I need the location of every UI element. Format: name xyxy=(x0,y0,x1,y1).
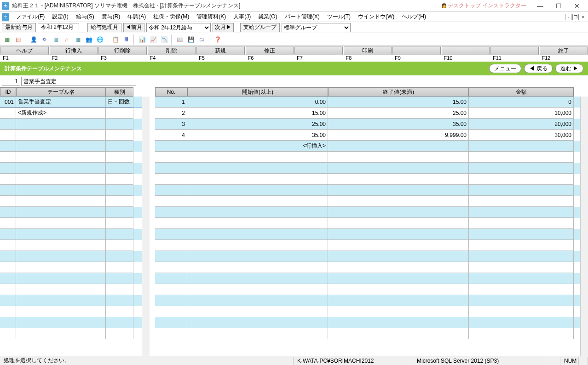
table-row[interactable] xyxy=(0,196,142,207)
toolbar-icon-15[interactable]: 📖 xyxy=(175,34,185,45)
minimize-button[interactable]: ― xyxy=(531,0,549,12)
fn-button-f2[interactable]: 行挿入 xyxy=(50,46,98,55)
toolbar-icon-9[interactable]: 🌐 xyxy=(95,34,105,45)
table-row[interactable]: 435.009,999.0030,000 xyxy=(155,130,580,141)
table-row[interactable] xyxy=(155,240,580,251)
toolbar-icon-3[interactable]: 👤 xyxy=(29,34,39,45)
menu-item[interactable]: 年調(A) xyxy=(124,12,150,22)
table-row[interactable] xyxy=(0,295,142,306)
table-row[interactable] xyxy=(0,174,142,185)
table-row[interactable]: 325.0035.0020,000 xyxy=(155,119,580,130)
table-row[interactable] xyxy=(0,262,142,273)
table-row[interactable]: 001営業手当査定日・回数 xyxy=(0,97,142,108)
record-number-input[interactable]: 1 xyxy=(2,77,20,86)
cell-end[interactable]: 15.00 xyxy=(328,97,469,108)
fn-button-f1[interactable]: ヘルプ xyxy=(0,46,49,55)
cell-end[interactable]: 9,999.00 xyxy=(328,130,469,141)
table-row[interactable] xyxy=(0,284,142,295)
table-row[interactable] xyxy=(0,152,142,163)
fn-button-f12[interactable]: 終了 xyxy=(540,46,588,55)
table-row[interactable] xyxy=(155,196,580,207)
toolbar-icon-7[interactable]: ▦ xyxy=(73,34,83,45)
table-row[interactable]: <行挿入> xyxy=(155,141,580,152)
mdi-minimize-button[interactable]: - xyxy=(565,14,571,20)
fn-button-f11[interactable] xyxy=(490,46,539,55)
table-row[interactable]: <新規作成> xyxy=(0,108,142,119)
col-header-name[interactable]: テーブル名 xyxy=(16,87,106,97)
toolbar-icon-14[interactable]: 📉 xyxy=(159,34,169,45)
table-row[interactable] xyxy=(0,119,142,130)
toolbar-icon-8[interactable]: 👥 xyxy=(84,34,94,45)
table-row[interactable] xyxy=(155,306,580,317)
menu-item[interactable]: ウインドウ(W) xyxy=(354,12,398,22)
help-icon[interactable]: ❓ xyxy=(213,34,223,45)
toolbar-icon-4[interactable]: ⛭ xyxy=(40,34,50,45)
table-row[interactable] xyxy=(0,141,142,152)
menu-item[interactable]: 管理資料(K) xyxy=(193,12,230,22)
next-month-button[interactable]: 次月▶ xyxy=(213,23,234,32)
cell-start[interactable]: 0.00 xyxy=(187,97,328,108)
cell-amount[interactable]: 0 xyxy=(469,97,574,108)
toolbar-icon-13[interactable]: 📈 xyxy=(148,34,158,45)
cell-start[interactable]: 35.00 xyxy=(187,130,328,141)
pay-group-select[interactable]: 標準グループ xyxy=(282,23,351,32)
fn-button-f8[interactable]: 印刷 xyxy=(344,46,392,55)
col-header-type[interactable]: 種別 xyxy=(106,87,133,97)
table-row[interactable] xyxy=(0,240,142,251)
fn-button-f7[interactable] xyxy=(294,46,343,55)
table-row[interactable] xyxy=(155,185,580,196)
table-row[interactable] xyxy=(155,251,580,262)
table-row[interactable] xyxy=(0,273,142,284)
col-header-amount[interactable]: 金額 xyxy=(469,87,574,97)
menu-button[interactable]: メニュー xyxy=(489,64,521,73)
maximize-button[interactable]: ☐ xyxy=(549,0,568,12)
cell-start[interactable]: 15.00 xyxy=(187,108,328,119)
back-button[interactable]: ◀ 戻る xyxy=(524,64,552,73)
table-row[interactable] xyxy=(0,218,142,229)
toolbar-icon-1[interactable]: ▦ xyxy=(2,34,12,45)
close-button[interactable]: ✕ xyxy=(568,0,586,12)
mdi-restore-button[interactable]: ❐ xyxy=(572,14,579,20)
table-row[interactable] xyxy=(155,218,580,229)
right-scrollbar[interactable] xyxy=(580,97,588,356)
fn-button-f5[interactable]: 新規 xyxy=(196,46,245,55)
toolbar-icon-11[interactable]: 🖩 xyxy=(121,34,132,45)
col-header-start[interactable]: 開始値(以上) xyxy=(187,87,328,97)
table-row[interactable] xyxy=(155,207,580,218)
col-header-end[interactable]: 終了値(未満) xyxy=(328,87,469,97)
cell-amount[interactable]: 10,000 xyxy=(469,108,574,119)
table-row[interactable] xyxy=(0,251,142,262)
table-row[interactable] xyxy=(155,163,580,174)
col-header-id[interactable]: ID xyxy=(0,87,16,97)
menu-item[interactable]: 社保・労保(M) xyxy=(150,12,193,22)
col-header-no[interactable]: No. xyxy=(155,87,187,97)
table-row[interactable] xyxy=(155,229,580,240)
table-row[interactable] xyxy=(0,163,142,174)
prev-month-button[interactable]: ◀前月 xyxy=(123,23,144,32)
table-row[interactable] xyxy=(155,295,580,306)
table-row[interactable] xyxy=(155,317,580,328)
fn-button-f4[interactable]: 削除 xyxy=(148,46,196,55)
menu-item[interactable]: 給与(S) xyxy=(72,12,98,22)
menu-item[interactable]: 人事(J) xyxy=(230,12,254,22)
table-row[interactable] xyxy=(0,185,142,196)
table-row[interactable]: 215.0025.0010,000 xyxy=(155,108,580,119)
table-row[interactable] xyxy=(155,152,580,163)
table-row[interactable] xyxy=(155,273,580,284)
menu-item[interactable]: 設定(I) xyxy=(48,12,72,22)
toolbar-icon-10[interactable]: 📋 xyxy=(110,34,121,45)
table-row[interactable] xyxy=(155,328,580,339)
toolbar-icon-2[interactable]: ▤ xyxy=(13,34,23,45)
mdi-close-button[interactable]: × xyxy=(580,14,586,20)
table-row[interactable] xyxy=(0,328,142,339)
fn-button-f10[interactable] xyxy=(442,46,490,55)
table-row[interactable] xyxy=(0,317,142,328)
menu-item[interactable]: 就業(O) xyxy=(254,12,281,22)
menu-item[interactable]: ヘルプ(H) xyxy=(398,12,430,22)
menu-item[interactable]: 賞与(R) xyxy=(98,12,124,22)
table-row[interactable] xyxy=(155,284,580,295)
menu-item[interactable]: ファイル(F) xyxy=(12,12,48,22)
insert-row-placeholder[interactable]: <行挿入> xyxy=(187,141,328,152)
forward-button[interactable]: 進む ▶ xyxy=(555,64,583,73)
table-row[interactable] xyxy=(155,174,580,185)
